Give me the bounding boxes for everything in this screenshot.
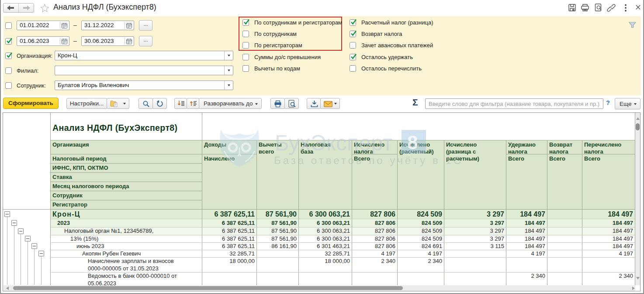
svg-text:8: 8 [407,132,418,153]
svg-text:БухЭксперт: БухЭксперт [275,131,393,155]
svg-text:База ответов по учёту в 1С: База ответов по учёту в 1С [274,154,463,166]
